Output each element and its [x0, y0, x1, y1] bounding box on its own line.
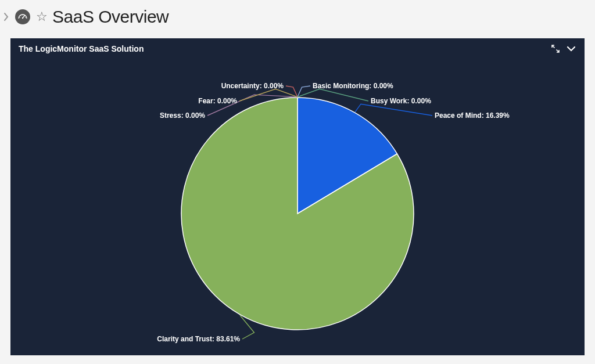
pie-label: Uncertainty: 0.00%	[221, 82, 284, 90]
sidebar-expand-handle[interactable]	[2, 7, 10, 27]
svg-line-4	[20, 16, 21, 16]
panel-controls	[551, 44, 576, 53]
pie-chart: Peace of Mind: 16.39%Clarity and Trust: …	[10, 57, 585, 347]
panel-header: The LogicMonitor SaaS Solution	[10, 38, 585, 57]
svg-point-2	[22, 17, 23, 19]
chart-panel: The LogicMonitor SaaS Solution Peace of …	[10, 38, 585, 355]
pie-label: Stress: 0.00%	[160, 111, 205, 120]
pie-label: Busy Work: 0.00%	[371, 97, 431, 105]
leader-line	[286, 86, 298, 97]
fullscreen-icon[interactable]	[551, 44, 560, 53]
pie-label: Peace of Mind: 16.39%	[435, 111, 510, 120]
leader-line	[298, 86, 310, 97]
chevron-down-icon[interactable]	[566, 45, 576, 53]
panel-title: The LogicMonitor SaaS Solution	[19, 44, 144, 53]
dashboard-gauge-icon	[15, 9, 30, 24]
page-title: SaaS Overview	[52, 7, 169, 27]
favorite-star-icon[interactable]: ☆	[36, 10, 48, 23]
pie-label: Clarity and Trust: 83.61%	[157, 335, 240, 343]
pie-label: Fear: 0.00%	[198, 97, 237, 105]
pie-label: Basic Monitoring: 0.00%	[313, 82, 393, 90]
leader-line	[355, 104, 432, 116]
page-header: ☆ SaaS Overview	[0, 0, 595, 34]
